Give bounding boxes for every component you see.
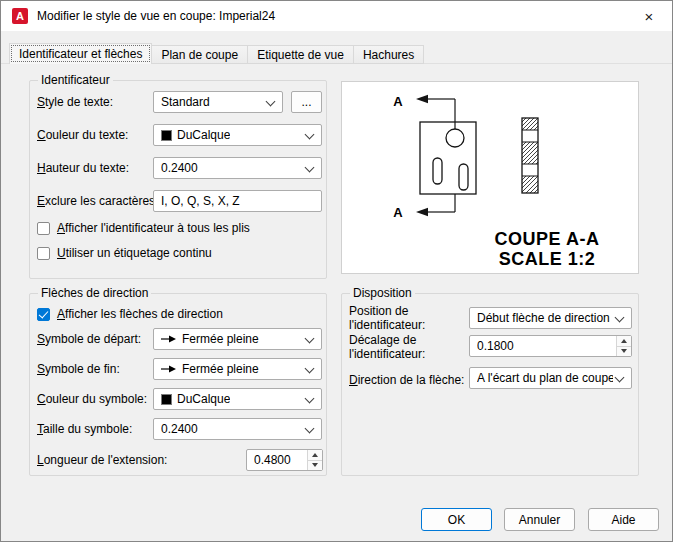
spin-up-icon (312, 453, 318, 457)
chevron-down-icon (305, 424, 315, 434)
extension-length-spinner[interactable]: 0.4800 (246, 449, 323, 471)
symbol-size-select[interactable]: 0.2400 (153, 418, 322, 440)
identifier-position-select[interactable]: Début flèche de direction (469, 307, 632, 329)
identifier-offset-label: Décalage de l'identificateur: (349, 333, 461, 361)
identifier-position-label: Position de l'identificateur: (349, 304, 461, 332)
exclude-chars-label: Exclure les caractères: (37, 194, 158, 208)
preview-caption-line2: SCALE 1:2 (499, 249, 596, 269)
close-icon: × (645, 8, 654, 25)
identifier-position-value: Début flèche de direction (477, 311, 610, 325)
start-symbol-label: Symbole de départ: (37, 332, 141, 346)
show-direction-arrows-label: Afficher les flèches de direction (57, 307, 223, 321)
text-style-label: Style de texte: (37, 95, 113, 109)
spin-down-icon (312, 463, 318, 467)
direction-arrows-group-title: Flèches de direction (38, 286, 151, 301)
continuous-labeling-checkbox[interactable]: Utiliser un étiquetage continu (37, 245, 212, 261)
symbol-color-select[interactable]: DuCalque (153, 388, 322, 410)
identifier-offset-spinner[interactable]: 0.1800 (469, 335, 632, 357)
text-style-browse-button[interactable]: ... (291, 91, 322, 113)
text-style-select[interactable]: Standard (153, 91, 283, 113)
spinner-buttons (616, 336, 631, 356)
close-button[interactable]: × (626, 1, 672, 31)
chevron-down-icon (266, 97, 276, 107)
chevron-down-icon (305, 364, 315, 374)
symbol-color-value: DuCalque (177, 392, 230, 406)
end-symbol-value: Fermée pleine (182, 362, 259, 376)
spin-down-button[interactable] (307, 460, 322, 471)
check-icon (39, 308, 49, 318)
section-view-drawing: A A (342, 82, 638, 273)
tab-etiquette-de-vue[interactable]: Etiquette de vue (248, 45, 354, 64)
ok-button[interactable]: OK (421, 508, 492, 531)
title-bar[interactable]: A Modifier le style de vue en coupe: Imp… (1, 1, 672, 31)
text-height-label: Hauteur du texte: (37, 161, 129, 175)
start-symbol-value: Fermée pleine (182, 332, 259, 346)
tab-plan-de-coupe[interactable]: Plan de coupe (152, 45, 248, 64)
end-symbol-select[interactable]: Fermée pleine (153, 358, 322, 380)
tab-hachures[interactable]: Hachures (354, 45, 424, 64)
arrow-direction-value: A l'écart du plan de coupe (477, 371, 613, 385)
symbol-size-value: 0.2400 (161, 422, 198, 436)
text-color-value: DuCalque (177, 128, 230, 142)
text-style-value: Standard (161, 95, 210, 109)
spin-down-button[interactable] (616, 346, 631, 357)
checkbox-unchecked-icon (37, 222, 50, 235)
window-title: Modifier le style de vue en coupe: Imper… (37, 1, 275, 31)
section-view-style-dialog: A Modifier le style de vue en coupe: Imp… (0, 0, 673, 542)
chevron-down-icon (305, 394, 315, 404)
arrow-direction-label: Direction de la flèche: (349, 373, 467, 387)
spin-down-icon (621, 349, 627, 353)
exclude-chars-input[interactable] (153, 190, 322, 212)
filled-arrow-icon (161, 335, 177, 343)
hatch-lines (522, 118, 538, 193)
text-color-label: Couleur du texte: (37, 128, 128, 142)
symbol-color-label: Couleur du symbole: (37, 392, 147, 406)
end-symbol-label: Symbole de fin: (37, 362, 120, 376)
tab-bar: Identificateur et flèches Plan de coupe … (9, 43, 424, 64)
chevron-down-icon (305, 163, 315, 173)
show-direction-arrows-checkbox[interactable]: Afficher les flèches de direction (37, 306, 223, 322)
preview-caption-line1: COUPE A-A (495, 229, 600, 249)
continuous-labeling-label: Utiliser un étiquetage continu (57, 246, 212, 260)
section-label-top: A (393, 94, 403, 109)
extension-length-value: 0.4800 (254, 453, 291, 467)
identifier-group-title: Identificateur (38, 73, 113, 88)
color-swatch-icon (161, 130, 172, 141)
autocad-app-icon: A (12, 8, 28, 24)
spinner-buttons (307, 450, 322, 470)
color-swatch-icon (161, 394, 172, 405)
cancel-button[interactable]: Annuler (504, 508, 575, 531)
text-height-value: 0.2400 (161, 161, 198, 175)
disposition-group-title: Disposition (350, 286, 415, 301)
section-label-bottom: A (393, 205, 403, 220)
chevron-down-icon (615, 313, 625, 323)
chevron-down-icon (615, 373, 625, 383)
text-color-select[interactable]: DuCalque (153, 124, 322, 146)
spin-up-button[interactable] (616, 336, 631, 346)
checkbox-unchecked-icon (37, 247, 50, 260)
checkbox-checked-icon (37, 308, 50, 321)
text-height-select[interactable]: 0.2400 (153, 157, 322, 179)
chevron-down-icon (305, 334, 315, 344)
arrow-direction-select[interactable]: A l'écart du plan de coupe (469, 367, 632, 389)
filled-arrow-icon (161, 365, 177, 373)
extension-length-label: Longueur de l'extension: (37, 453, 167, 467)
show-at-folds-checkbox[interactable]: Afficher l'identificateur à tous les pli… (37, 220, 250, 236)
preview-image: A A (341, 81, 639, 274)
identifier-offset-value: 0.1800 (477, 339, 514, 353)
show-at-folds-label: Afficher l'identificateur à tous les pli… (57, 221, 250, 235)
spin-up-icon (621, 339, 627, 343)
start-symbol-select[interactable]: Fermée pleine (153, 328, 322, 350)
spin-up-button[interactable] (307, 450, 322, 460)
help-button[interactable]: Aide (588, 508, 659, 531)
tab-identificateur-et-fleches[interactable]: Identificateur et flèches (9, 43, 152, 64)
symbol-size-label: Taille du symbole: (37, 422, 132, 436)
chevron-down-icon (305, 130, 315, 140)
